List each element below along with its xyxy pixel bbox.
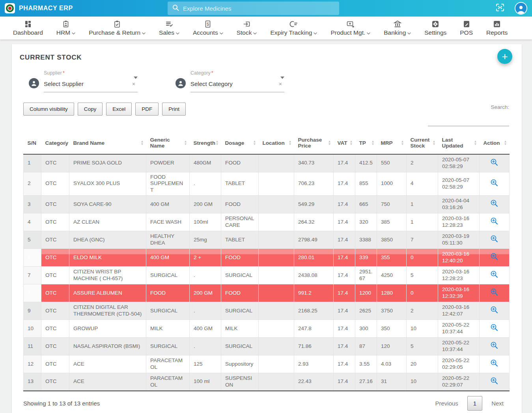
pdf-button[interactable]: PDF <box>135 103 159 116</box>
cell-generic-name: FACE WASH <box>146 213 190 231</box>
cell-last-updated: 2020-05-07 02:58:29 <box>438 172 480 196</box>
column-header-brand-name[interactable]: Brand Name▲▼ <box>69 132 146 154</box>
cell-generic-name: MILK <box>146 320 190 338</box>
sort-icon: ▲▼ <box>216 140 219 146</box>
cell-sn: 11 <box>24 338 41 355</box>
sort-icon: ▲▼ <box>184 140 187 146</box>
view-details-zoom-in-icon[interactable] <box>490 359 498 369</box>
nav-item-settings[interactable]: Settings <box>418 20 453 36</box>
nav-item-label: Sales <box>159 29 174 36</box>
column-header-vat[interactable]: VAT▲▼ <box>334 132 355 154</box>
chevron-down-icon <box>367 29 370 36</box>
cell-category: OTC <box>41 267 69 284</box>
cell-last-updated: 2020-04-04 03:16:26 <box>438 196 480 213</box>
nav-item-product-mgt[interactable]: Product Mgt. <box>324 20 377 36</box>
global-search[interactable] <box>168 2 339 15</box>
cell-current-stock: 7 <box>407 231 438 249</box>
fullscreen-icon[interactable] <box>495 3 505 14</box>
cell-location <box>259 249 294 267</box>
previous-page-button[interactable]: Previous <box>429 396 463 410</box>
cell-sn: 7 <box>24 267 41 284</box>
category-clear-icon[interactable]: × <box>276 81 284 87</box>
column-header-generic-name[interactable]: Generic Name▲▼ <box>146 132 190 154</box>
column-header-dosage[interactable]: Dosage▲▼ <box>221 132 259 154</box>
view-details-zoom-in-icon[interactable] <box>490 306 498 316</box>
cell-location <box>259 355 294 373</box>
copy-button[interactable]: Copy <box>78 103 103 116</box>
view-details-zoom-in-icon[interactable] <box>490 288 498 298</box>
cell-vat: 17.4 <box>334 338 355 355</box>
column-header-purchase-price[interactable]: Purchase Price▲▼ <box>294 132 334 154</box>
nav-item-label: Banking <box>384 29 406 36</box>
cell-vat: 17.4 <box>334 267 355 284</box>
person-icon <box>29 78 39 88</box>
nav-item-purchase-return[interactable]: Purchase & Return <box>82 20 152 36</box>
column-header-location[interactable]: Location▲▼ <box>259 132 294 154</box>
nav-item-dashboard[interactable]: Dashboard <box>6 20 50 36</box>
column-header-last-updated[interactable]: Last Updated▲▼ <box>438 132 480 154</box>
cell-mrp: 4250 <box>377 267 407 284</box>
nav-item-banking[interactable]: Banking <box>377 20 418 36</box>
column-header-mrp[interactable]: MRP▲▼ <box>377 132 407 154</box>
supplier-filter: Supplier* Select Supplier × <box>29 70 138 92</box>
supplier-select-value[interactable]: Select Supplier <box>44 80 130 87</box>
view-details-zoom-in-icon[interactable] <box>490 217 498 227</box>
column-header-current-stock[interactable]: Current Stock▲▼ <box>407 132 438 154</box>
excel-button[interactable]: Excel <box>106 103 132 116</box>
view-details-zoom-in-icon[interactable] <box>490 158 498 168</box>
supplier-clear-icon[interactable]: × <box>130 81 138 87</box>
view-details-zoom-in-icon[interactable] <box>490 341 498 351</box>
nav-item-stock[interactable]: Stock <box>230 20 264 36</box>
nav-item-accounts[interactable]: $Accounts <box>186 20 230 36</box>
print-button[interactable]: Print <box>162 103 186 116</box>
cell-tp: 665 <box>355 196 377 213</box>
cell-brand-name: ACE <box>69 355 146 373</box>
cell-strength: 200 GM <box>190 284 221 302</box>
nav-item-reports[interactable]: Reports <box>480 20 514 36</box>
column-header-strength[interactable]: Strength▲▼ <box>190 132 221 154</box>
sort-icon: ▲▼ <box>64 140 67 146</box>
cell-generic-name: FOOD SUPPLEMENT <box>146 172 190 196</box>
cell-sn: 4 <box>24 213 41 231</box>
view-details-zoom-in-icon[interactable] <box>490 377 498 387</box>
cell-action <box>480 249 510 267</box>
nav-item-hrm[interactable]: HRM <box>50 20 82 36</box>
next-page-button[interactable]: Next <box>486 396 509 410</box>
cell-generic-name: SURGICAL <box>146 302 190 320</box>
column-header-tp[interactable]: TP▲▼ <box>355 132 377 154</box>
user-avatar-icon[interactable] <box>515 2 527 15</box>
view-details-zoom-in-icon[interactable] <box>490 179 498 189</box>
category-select[interactable]: Category* Select Category × <box>190 70 284 92</box>
table-search-input[interactable] <box>428 112 509 126</box>
current-stock-table: S/NCategory▲▼Brand Name▲▼Generic Name▲▼S… <box>23 132 510 391</box>
column-visibility-button[interactable]: Column visibility <box>23 103 74 116</box>
view-details-zoom-in-icon[interactable] <box>490 323 498 334</box>
cell-tp: 855 <box>355 172 377 196</box>
table-row: 2OTCSYALOX 300 PLUSFOOD SUPPLEMENT.TABLE… <box>24 172 510 196</box>
cell-action <box>480 231 510 249</box>
column-header-action[interactable]: Action▲▼ <box>480 132 510 154</box>
cell-mrp: 3750 <box>377 302 407 320</box>
view-details-zoom-in-icon[interactable] <box>490 252 498 263</box>
category-select-value[interactable]: Select Category <box>190 80 276 87</box>
cell-dosage: TABLET <box>221 231 259 249</box>
nav-item-pos[interactable]: POS <box>453 20 480 36</box>
view-details-zoom-in-icon[interactable] <box>490 235 498 245</box>
global-search-input[interactable] <box>183 5 334 12</box>
cell-purchase-price: 264.32 <box>294 213 334 231</box>
cell-category: OTC <box>41 172 69 196</box>
add-stock-button[interactable]: + <box>497 49 512 64</box>
cell-strength: 480GM <box>190 154 221 172</box>
column-header-category[interactable]: Category▲▼ <box>41 132 69 154</box>
nav-item-label: Reports <box>486 29 508 36</box>
cell-category: OTC <box>41 213 69 231</box>
supplier-select[interactable]: Supplier* Select Supplier × <box>44 70 138 92</box>
page-number-button[interactable]: 1 <box>467 396 482 411</box>
view-details-zoom-in-icon[interactable] <box>490 270 498 280</box>
nav-item-sales[interactable]: Sales <box>152 20 186 36</box>
category-filter: Category* Select Category × <box>175 70 284 92</box>
view-details-zoom-in-icon[interactable] <box>490 199 498 209</box>
nav-item-expiry-tracking[interactable]: Expiry Tracking <box>263 20 324 36</box>
cell-dosage: FOOD <box>221 196 259 213</box>
nav-item-label: Settings <box>424 29 446 36</box>
